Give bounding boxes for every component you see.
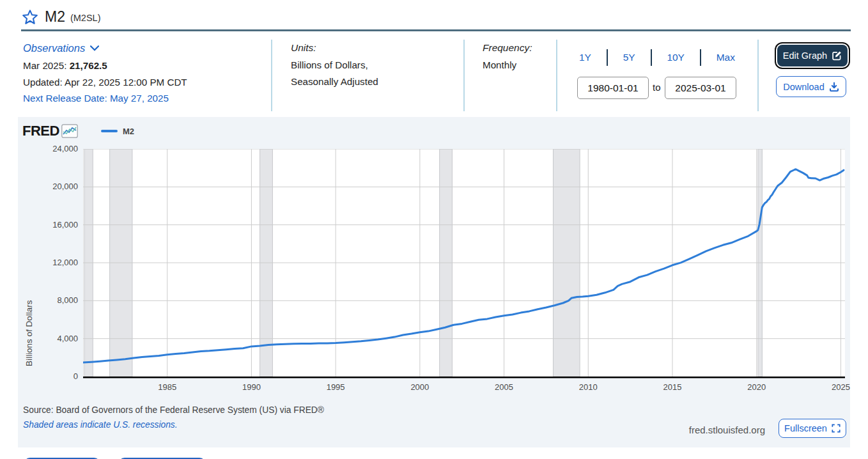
- range-preset-1y[interactable]: 1Y: [577, 52, 594, 63]
- preset-separator: [700, 49, 701, 66]
- fullscreen-icon: [832, 424, 841, 433]
- source-attribution: Source: Board of Governors of the Federa…: [23, 405, 324, 415]
- x-tick-label: 2020: [747, 382, 766, 392]
- legend-series-label[interactable]: M2: [123, 127, 134, 136]
- download-label: Download: [783, 82, 825, 92]
- edit-graph-label: Edit Graph: [783, 51, 827, 61]
- preset-separator: [607, 49, 608, 66]
- x-tick-label: 1985: [158, 382, 176, 392]
- series-id: (M2SL): [70, 11, 101, 23]
- y-tick-label: 8,000: [18, 295, 78, 305]
- observation-date: Mar 2025:: [23, 60, 66, 71]
- observations-dropdown[interactable]: Observations: [23, 42, 99, 54]
- range-preset-max[interactable]: Max: [714, 52, 738, 63]
- x-tick-label: 1995: [327, 382, 345, 392]
- observations-label: Observations: [23, 42, 85, 54]
- title-divider: [21, 29, 851, 31]
- y-tick-label: 12,000: [18, 258, 78, 267]
- frequency-label: Frequency:: [483, 42, 532, 54]
- download-button[interactable]: Download: [776, 76, 846, 97]
- fullscreen-button[interactable]: Fullscreen: [779, 419, 846, 438]
- star-icon[interactable]: [22, 9, 38, 26]
- fullscreen-label: Fullscreen: [784, 423, 827, 433]
- units-value-line1: Billions of Dollars,: [291, 59, 368, 70]
- chevron-down-icon: [90, 45, 99, 51]
- y-tick-label: 0: [18, 371, 78, 381]
- fred-chart-icon: [61, 124, 78, 138]
- date-range-to-label: to: [653, 82, 661, 93]
- edit-graph-button[interactable]: Edit Graph: [777, 45, 848, 66]
- preset-separator: [651, 49, 652, 66]
- site-url-label: fred.stlouisfed.org: [689, 424, 765, 435]
- end-date-input[interactable]: [665, 77, 736, 99]
- y-tick-label: 4,000: [18, 334, 78, 343]
- start-date-input[interactable]: [577, 77, 649, 99]
- recession-note-link[interactable]: Shaded areas indicate U.S. recessions.: [23, 420, 178, 430]
- page-title: M2: [45, 8, 65, 26]
- section-divider: [463, 40, 465, 111]
- y-tick-label: 20,000: [18, 182, 78, 191]
- range-preset-10y[interactable]: 10Y: [664, 52, 687, 63]
- chart-panel: FRED M2 Billions of Dollars Source: Boar…: [18, 117, 850, 447]
- y-tick-label: 24,000: [18, 144, 78, 153]
- fred-logo: FRED: [22, 123, 59, 139]
- series-title-row: M2 (M2SL): [22, 8, 101, 26]
- m2-line-chart[interactable]: [83, 149, 845, 378]
- range-preset-group: 1Y 5Y 10Y Max: [577, 49, 738, 66]
- section-divider: [271, 40, 272, 111]
- latest-observation: Mar 2025: 21,762.5: [23, 60, 107, 71]
- x-tick-label: 1990: [242, 382, 261, 392]
- range-preset-5y[interactable]: 5Y: [621, 52, 638, 63]
- units-value-line2: Seasonally Adjusted: [291, 76, 378, 87]
- frequency-value: Monthly: [483, 59, 516, 70]
- x-tick-label: 2010: [579, 382, 598, 392]
- observation-value: 21,762.5: [70, 60, 107, 71]
- next-release-link[interactable]: Next Release Date: May 27, 2025: [23, 93, 169, 104]
- x-tick-label: 2015: [663, 382, 682, 392]
- y-tick-label: 16,000: [18, 220, 78, 230]
- units-label: Units:: [291, 42, 316, 54]
- chart-header-row: FRED M2: [22, 123, 134, 139]
- x-tick-label: 2000: [410, 382, 429, 392]
- updated-timestamp: Updated: Apr 22, 2025 12:00 PM CDT: [23, 77, 187, 88]
- edit-icon: [832, 51, 842, 61]
- x-tick-label: 2005: [495, 382, 513, 392]
- section-divider: [757, 40, 759, 111]
- download-icon: [829, 82, 839, 92]
- legend-line-swatch: [101, 130, 118, 132]
- x-tick-label: 2025: [832, 382, 850, 392]
- section-divider: [556, 40, 557, 111]
